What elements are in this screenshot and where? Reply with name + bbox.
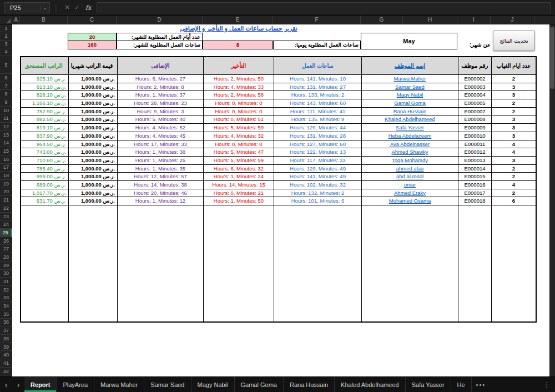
row-header-11[interactable]: 11	[0, 114, 12, 123]
enter-icon[interactable]: ✓	[72, 4, 82, 11]
cell-salary-due[interactable]: 828.10 ر.س.	[21, 91, 69, 99]
cell-monthly-salary[interactable]: 1,000.00 ر.س.	[69, 83, 118, 92]
cell-monthly-salary[interactable]: 1,000.00 ر.س.	[69, 115, 118, 124]
cell-work-hours[interactable]: Hours: 131, Minutes: 28	[274, 132, 362, 140]
employee-name-link[interactable]: Samar Saed	[362, 83, 458, 92]
cell-employee-id[interactable]: E000017	[458, 189, 492, 198]
cell-employee-id[interactable]: E000010	[458, 132, 492, 140]
formula-input[interactable]	[97, 2, 551, 13]
cell-overtime[interactable]: Hours: 4, Minutes: 45	[118, 132, 204, 140]
cell-absence-days[interactable]: 6	[492, 197, 536, 205]
cell-salary-due[interactable]: 1,017.70 ر.س.	[21, 189, 69, 198]
cell-salary-due[interactable]: 925.10 ر.س.	[21, 75, 69, 83]
cell-monthly-salary[interactable]: 1,000.00 ر.س.	[69, 140, 118, 149]
row-header-4[interactable]: 4	[0, 48, 12, 56]
employee-name-link[interactable]: ahmed alaa	[362, 165, 458, 173]
cell-delay[interactable]: Hours: 5, Minutes: 47	[204, 148, 274, 157]
employee-name-link[interactable]: Safa Yasser	[362, 124, 458, 132]
cell-work-hours[interactable]: Hours: 129, Minutes: 49	[274, 165, 362, 173]
header-salary-due[interactable]: الراتب المستحق	[21, 57, 69, 75]
row-header-38[interactable]: 38	[0, 335, 12, 343]
employee-name-link[interactable]: abd al rasol	[362, 173, 458, 181]
employee-name-link[interactable]: Magy Nabil	[362, 91, 458, 99]
row-header-7[interactable]: 7	[0, 82, 12, 91]
cell-overtime[interactable]: Hours: 20, Minutes: 46	[118, 189, 204, 198]
cell-absence-days[interactable]: 3	[492, 132, 536, 140]
cell-salary-due[interactable]: 813.10 ر.س.	[21, 83, 69, 92]
column-header-F[interactable]: F	[273, 16, 361, 24]
scrollbar-thumb[interactable]	[550, 27, 554, 89]
sheet-tab-marwa-maher[interactable]: Marwa Maher	[94, 377, 144, 392]
column-header-C[interactable]: C	[68, 16, 117, 24]
column-header-E[interactable]: E	[203, 16, 273, 24]
cell-absence-days[interactable]: 3	[492, 115, 536, 124]
cell-salary-due[interactable]: 964.50 ر.س.	[21, 140, 69, 149]
cell-employee-id[interactable]: E000002	[458, 75, 492, 83]
cell-work-hours[interactable]: Hours: 102, Minutes: 32	[274, 181, 362, 189]
cell-salary-due[interactable]: 689.00 ر.س.	[21, 181, 69, 189]
select-all-corner[interactable]	[0, 16, 12, 24]
overflow-menu-icon[interactable]: ⋮	[538, 377, 555, 392]
row-header-24[interactable]: 24	[0, 220, 12, 229]
row-header-41[interactable]: 41	[0, 359, 12, 368]
cell-work-hours[interactable]: Hours: 117, Minutes: 33	[274, 157, 362, 165]
cell-daily-hours-value[interactable]: 8	[203, 41, 273, 49]
empty-rows-region[interactable]	[21, 205, 536, 321]
cell-overtime[interactable]: Hours: 28, Minutes: 23	[118, 99, 204, 108]
cell-employee-id[interactable]: E000008	[458, 115, 492, 124]
cell-work-days-value[interactable]: 20	[68, 33, 117, 41]
cell-delay[interactable]: Hours: 4, Minutes: 33	[204, 83, 274, 92]
row-header-34[interactable]: 34	[0, 302, 12, 310]
cell-monthly-salary[interactable]: 1,000.00 ر.س.	[69, 197, 118, 205]
employee-name-link[interactable]: Heba Abdelazeem	[362, 132, 458, 140]
cell-absence-days[interactable]: 2	[492, 189, 536, 198]
header-employee-name[interactable]: إسم الموظف	[362, 57, 458, 75]
cell-salary-due[interactable]: 892.50 ر.س.	[21, 115, 69, 124]
cell-overtime[interactable]: Hours: 1, Minutes: 12	[118, 197, 204, 205]
row-header-26[interactable]: 26	[0, 237, 12, 245]
cell-overtime[interactable]: Hours: 14, Minutes: 38	[118, 181, 204, 189]
cell-absence-days[interactable]: 2	[492, 173, 536, 181]
column-header-A[interactable]: A	[12, 16, 20, 24]
row-header-18[interactable]: 18	[0, 172, 12, 180]
cell-monthly-salary[interactable]: 1,000.00 ر.س.	[69, 132, 118, 140]
cell-monthly-salary[interactable]: 1,000.00 ر.س.	[69, 99, 118, 108]
cell-overtime[interactable]: Hours: 1, Minutes: 25	[118, 157, 204, 165]
employee-name-link[interactable]: Mohamed Osama	[362, 197, 458, 205]
row-header-8[interactable]: 8	[0, 90, 12, 98]
cell-overtime[interactable]: Hours: 4, Minutes: 52	[118, 124, 204, 132]
cell-employee-id[interactable]: E000018	[458, 197, 492, 205]
row-header-32[interactable]: 32	[0, 286, 12, 294]
row-header-2[interactable]: 2	[0, 32, 12, 40]
sheet-tab-safa-yasser[interactable]: Safa Yasser	[406, 377, 451, 392]
cell-employee-id[interactable]: E000012	[458, 148, 492, 157]
cell-monthly-salary[interactable]: 1,000.00 ر.س.	[69, 108, 118, 116]
cell-absence-days[interactable]: 2	[492, 108, 536, 116]
employee-name-link[interactable]: Aya Abdelnasser	[362, 140, 458, 149]
chevron-right-icon[interactable]: ›	[12, 377, 24, 392]
row-header-29[interactable]: 29	[0, 262, 12, 270]
cell-delay[interactable]: Hours: 5, Minutes: 59	[204, 124, 274, 132]
row-header-16[interactable]: 16	[0, 155, 12, 164]
cell-work-hours[interactable]: Hours: 143, Minutes: 60	[274, 99, 362, 108]
sheet-tab-playarea[interactable]: PlayArea	[57, 377, 94, 392]
cell-monthly-salary[interactable]: 1,000.00 ر.س.	[69, 189, 118, 198]
cell-work-hours[interactable]: Hours: 131, Minutes: 27	[274, 83, 362, 92]
employee-name-link[interactable]: Rana Hussain	[362, 108, 458, 116]
cell-salary-due[interactable]: 631.70 ر.س.	[21, 197, 69, 205]
cell-employee-id[interactable]: E000013	[458, 157, 492, 165]
sheet-tab-khaled-abdelhameed[interactable]: Khaled Abdelhameed	[335, 377, 406, 392]
cell-salary-due[interactable]: 999.00 ر.س.	[21, 173, 69, 181]
cell-overtime[interactable]: Hours: 17, Minutes: 33	[118, 140, 204, 149]
row-header-42[interactable]: 42	[0, 368, 12, 376]
cell-employee-id[interactable]: E000003	[458, 83, 492, 92]
row-header-30[interactable]: 30	[0, 270, 12, 278]
sheet-tab-magy-nabil[interactable]: Magy Nabil	[191, 377, 235, 392]
cell-work-hours[interactable]: Hours: 133, Minutes: 2	[274, 91, 362, 99]
row-header-35[interactable]: 35	[0, 310, 12, 319]
cell-absence-days[interactable]: 3	[492, 157, 536, 165]
row-header-28[interactable]: 28	[0, 253, 12, 262]
column-header-G[interactable]: G	[361, 16, 403, 24]
cell-delay[interactable]: Hours: 2, Minutes: 50	[204, 75, 274, 83]
cell-delay[interactable]: Hours: 6, Minutes: 32	[204, 165, 274, 173]
